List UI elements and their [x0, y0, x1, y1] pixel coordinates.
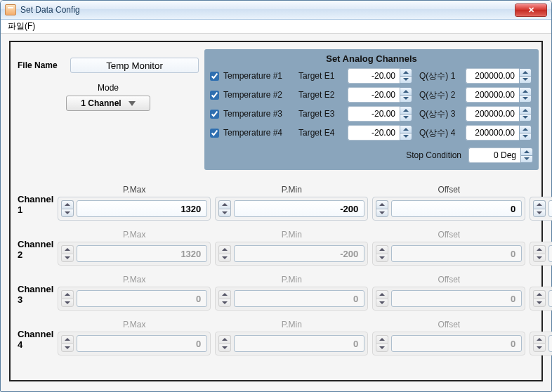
- stepper-down-icon[interactable]: [376, 209, 388, 218]
- spin-up-icon[interactable]: [519, 68, 532, 76]
- stepper-up-icon[interactable]: [533, 200, 546, 209]
- ch1-pmin-header: P.Min: [215, 185, 368, 195]
- stepper-up-icon: [218, 290, 231, 299]
- target-1-spin[interactable]: [348, 68, 415, 84]
- spin-down-icon[interactable]: [519, 76, 532, 84]
- q-3-input[interactable]: [466, 106, 519, 122]
- channel-label-3: Channel 3: [18, 284, 53, 311]
- close-button[interactable]: [515, 4, 547, 17]
- ch2-pmin-field: P.Min: [215, 230, 368, 266]
- ch4-pmin-header: P.Min: [215, 320, 368, 329]
- ch1-offset-group[interactable]: [372, 197, 525, 221]
- target-1-input[interactable]: [348, 68, 400, 84]
- q-label-4: Q(상수) 4: [419, 127, 461, 139]
- stop-condition-input[interactable]: [468, 148, 520, 163]
- stepper-down-icon: [533, 254, 546, 263]
- target-4-spin[interactable]: [348, 125, 415, 141]
- titlebar[interactable]: Set Data Config: [1, 1, 551, 20]
- ch3-offset-input: [391, 290, 522, 307]
- ch1-sighi-input[interactable]: [548, 200, 552, 217]
- target-3-spin[interactable]: [348, 106, 415, 122]
- menu-file[interactable]: 파일(F): [4, 20, 39, 33]
- ch1-pmax-group[interactable]: [58, 197, 211, 221]
- spin-down-icon[interactable]: [520, 155, 533, 164]
- ch1-pmin-group[interactable]: [215, 197, 368, 221]
- mode-select[interactable]: 1 Channel: [66, 96, 150, 111]
- ch1-offset-field: Offset: [372, 185, 525, 221]
- ch2-offset-group: [372, 242, 525, 266]
- spin-down-icon[interactable]: [400, 76, 412, 84]
- q-4-spin[interactable]: [466, 125, 533, 141]
- temp-checkbox-4[interactable]: [210, 129, 219, 138]
- ch4-sighi-group: [530, 332, 552, 355]
- stepper-up-icon: [533, 245, 546, 254]
- chevron-down-icon: [129, 101, 136, 106]
- spin-up-icon[interactable]: [400, 106, 412, 114]
- channel-row-2: Channel 2 P.Max P.Min Offset: [18, 228, 534, 266]
- channel-row-4: Channel 4 P.Max P.Min Offset: [18, 318, 534, 355]
- ch3-pmin-group: [215, 287, 368, 311]
- ch1-pmax-input[interactable]: [77, 200, 207, 217]
- target-2-input[interactable]: [348, 87, 400, 103]
- spin-down-icon[interactable]: [519, 133, 532, 141]
- q-4-input[interactable]: [466, 125, 519, 141]
- ch4-offset-field: Offset: [372, 320, 525, 355]
- target-2-spin[interactable]: [348, 87, 415, 103]
- stepper-down-icon: [61, 254, 74, 263]
- ch2-pmin-input: [234, 245, 364, 262]
- q-2-input[interactable]: [466, 87, 519, 103]
- stepper-down-icon[interactable]: [533, 209, 546, 218]
- q-1-input[interactable]: [466, 68, 519, 84]
- stepper-up-icon[interactable]: [218, 200, 231, 209]
- stepper-down-icon[interactable]: [218, 209, 231, 218]
- spin-down-icon[interactable]: [519, 114, 532, 122]
- ch1-offset-header: Offset: [372, 185, 525, 195]
- target-label-4: Target E4: [298, 128, 343, 138]
- ch4-pmax-input: [77, 335, 207, 352]
- temp-checkbox-1[interactable]: [210, 72, 219, 81]
- spin-down-icon[interactable]: [400, 95, 412, 103]
- stepper-down-icon[interactable]: [61, 209, 74, 218]
- temp-check-3[interactable]: Temperature #3: [210, 109, 294, 119]
- stepper-up-icon[interactable]: [376, 200, 388, 209]
- q-3-spin[interactable]: [466, 106, 533, 122]
- q-label-1: Q(상수) 1: [419, 70, 461, 82]
- temp-checkbox-2[interactable]: [210, 91, 219, 100]
- ch1-sighi-group[interactable]: [530, 197, 552, 221]
- temp-label-2: Temperature #2: [223, 90, 282, 100]
- stepper-down-icon: [376, 254, 388, 263]
- ch1-pmax-field: P.Max: [58, 185, 211, 221]
- mode-label: Mode: [18, 83, 199, 93]
- target-4-input[interactable]: [348, 125, 400, 141]
- spin-up-icon[interactable]: [519, 106, 532, 114]
- spin-up-icon[interactable]: [400, 87, 412, 95]
- spin-down-icon[interactable]: [400, 114, 412, 122]
- mode-value: 1 Channel: [81, 98, 121, 108]
- temp-check-1[interactable]: Temperature #1: [210, 71, 294, 81]
- spin-up-icon[interactable]: [400, 68, 412, 76]
- stepper-up-icon[interactable]: [61, 200, 74, 209]
- temp-checkbox-3[interactable]: [210, 110, 219, 119]
- q-2-spin[interactable]: [466, 87, 533, 103]
- spin-down-icon[interactable]: [400, 133, 412, 141]
- file-name-input[interactable]: [70, 58, 199, 73]
- window: Set Data Config 파일(F) File Name Mode 1 C…: [0, 0, 552, 392]
- spin-up-icon[interactable]: [519, 87, 532, 95]
- target-3-input[interactable]: [348, 106, 400, 122]
- spin-down-icon[interactable]: [519, 95, 532, 103]
- ch1-offset-input[interactable]: [391, 200, 522, 217]
- target-label-3: Target E3: [298, 109, 343, 119]
- temp-check-2[interactable]: Temperature #2: [210, 90, 294, 100]
- ch3-sighi-field: Signal Hi: [530, 275, 552, 311]
- spin-up-icon[interactable]: [520, 148, 533, 155]
- ch2-sighi-field: Signal Hi: [530, 230, 552, 266]
- stop-condition-spin[interactable]: [468, 148, 533, 163]
- stepper-up-icon: [218, 245, 231, 254]
- ch2-pmin-header: P.Min: [215, 230, 368, 240]
- spin-up-icon[interactable]: [400, 125, 412, 133]
- spin-up-icon[interactable]: [519, 125, 532, 133]
- temp-check-4[interactable]: Temperature #4: [210, 128, 294, 138]
- q-1-spin[interactable]: [466, 68, 533, 84]
- ch3-sighi-input: [548, 290, 552, 307]
- ch1-pmin-input[interactable]: [234, 200, 364, 217]
